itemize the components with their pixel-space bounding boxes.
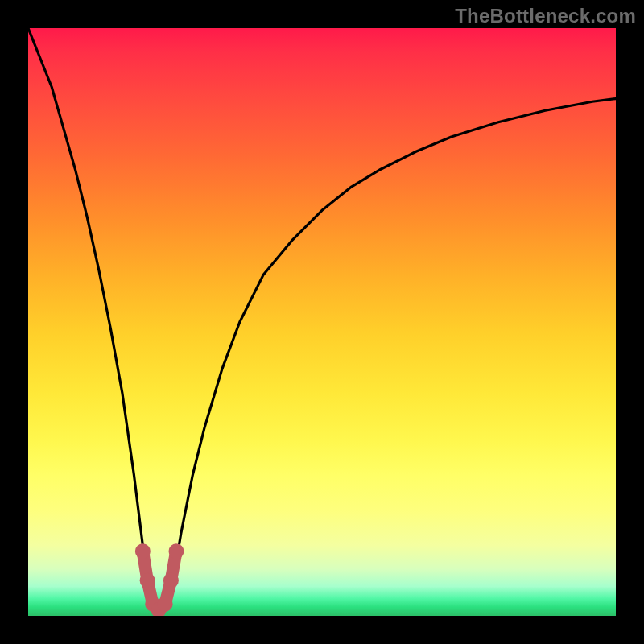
curve-layer — [28, 28, 616, 616]
marker-left-mid — [140, 573, 155, 588]
chart-frame: TheBottleneck.com — [0, 0, 644, 644]
marker-right-top — [168, 543, 184, 559]
bottleneck-curve — [28, 28, 616, 610]
plot-area — [28, 28, 616, 616]
marker-left-top — [135, 543, 151, 559]
marker-right-mid — [163, 573, 179, 588]
marker-dots — [135, 543, 184, 616]
marker-bottom-r — [158, 597, 173, 612]
watermark-text: TheBottleneck.com — [455, 5, 636, 27]
